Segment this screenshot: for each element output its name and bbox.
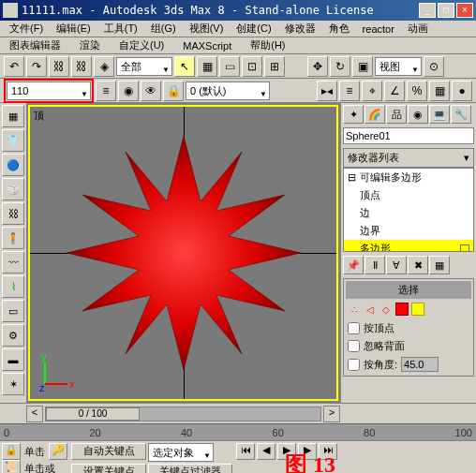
named-set-dropdown[interactable]: 0 (默认) bbox=[186, 81, 270, 100]
timeline-ruler[interactable]: 0 20 40 60 80 100 bbox=[0, 423, 476, 440]
menu-character[interactable]: 角色 bbox=[323, 21, 355, 37]
menu-graph[interactable]: 图表编辑器 bbox=[4, 37, 67, 53]
menu-views[interactable]: 视图(V) bbox=[184, 21, 230, 37]
scale-button[interactable]: ▣ bbox=[352, 56, 373, 77]
menu-create[interactable]: 创建(C) bbox=[231, 21, 276, 37]
sets-button[interactable]: ◉ bbox=[118, 81, 139, 101]
chain-icon[interactable]: ⛓ bbox=[2, 202, 24, 225]
menu-maxscript[interactable]: MAXScript bbox=[177, 39, 237, 52]
make-unique-button[interactable]: ∀ bbox=[386, 256, 407, 274]
car-icon[interactable]: ▬ bbox=[2, 348, 24, 371]
utilities-tab[interactable]: 🔧 bbox=[451, 105, 471, 124]
vertex-subobj-icon[interactable]: ∴ bbox=[348, 303, 361, 316]
link-button[interactable]: ⛓ bbox=[49, 56, 69, 77]
select-window-button[interactable]: ⊡ bbox=[242, 56, 262, 77]
close-button[interactable]: × bbox=[456, 3, 473, 18]
modifier-stack[interactable]: ⊟ 可编辑多边形 顶点 边 边界 多边形 元素 bbox=[343, 168, 474, 252]
element-subobj-icon[interactable] bbox=[411, 303, 424, 316]
mod-polygon-row[interactable]: 多边形 bbox=[344, 240, 473, 252]
script-icon[interactable]: 📜 bbox=[2, 460, 21, 473]
pivot-button[interactable]: ⊙ bbox=[424, 56, 444, 77]
prev-key-button[interactable]: ◀ bbox=[257, 443, 275, 460]
time-thumb[interactable]: 0 / 100 bbox=[46, 407, 140, 421]
percent-snap-button[interactable]: % bbox=[407, 81, 427, 101]
fracture-icon[interactable]: ✶ bbox=[2, 373, 24, 395]
lock-icon[interactable]: 🔒 bbox=[163, 81, 184, 101]
align-button[interactable]: ≡ bbox=[339, 81, 360, 101]
show-result-button[interactable]: Ⅱ bbox=[364, 256, 385, 274]
ignore-back-checkbox[interactable] bbox=[348, 340, 360, 352]
bind-button[interactable]: ◈ bbox=[94, 56, 114, 77]
border-subobj-icon[interactable]: ◇ bbox=[379, 303, 393, 316]
create-tab[interactable]: ✦ bbox=[343, 105, 364, 124]
mod-edge-row[interactable]: 边 bbox=[344, 204, 473, 222]
sphere-icon[interactable]: 🔵 bbox=[2, 154, 24, 176]
layer-button[interactable]: ≡ bbox=[96, 81, 116, 101]
select-rect-button[interactable]: ▭ bbox=[219, 56, 240, 77]
redo-button[interactable]: ↷ bbox=[26, 56, 47, 77]
menu-custom[interactable]: 自定义(U) bbox=[113, 37, 170, 53]
unlink-button[interactable]: ⛓ bbox=[71, 56, 92, 77]
human-icon[interactable]: 🧍 bbox=[2, 227, 24, 249]
minimize-button[interactable]: _ bbox=[419, 3, 436, 18]
shirt-icon[interactable]: 👕 bbox=[2, 129, 24, 152]
menu-group[interactable]: 组(G) bbox=[145, 21, 182, 37]
star-shape[interactable] bbox=[62, 131, 305, 375]
snap-button[interactable]: ⌖ bbox=[362, 81, 382, 101]
coord-dropdown[interactable]: 视图 bbox=[375, 57, 422, 76]
modifier-list-dropdown[interactable]: 修改器列表 ▾ bbox=[343, 148, 474, 168]
beach-ball-icon[interactable]: 🏐 bbox=[2, 178, 24, 200]
menu-edit[interactable]: 编辑(E) bbox=[51, 21, 97, 37]
set-key-button[interactable]: 设置关键点 bbox=[71, 464, 146, 473]
value-spinner[interactable]: 110 bbox=[7, 81, 91, 100]
mod-border-row[interactable]: 边界 bbox=[344, 222, 473, 240]
next-frame-button[interactable]: > bbox=[323, 406, 340, 422]
key-icon[interactable]: 🔑 bbox=[49, 443, 67, 460]
by-vertex-checkbox[interactable] bbox=[348, 322, 360, 334]
angle-spinner[interactable] bbox=[401, 357, 439, 372]
pin-stack-button[interactable]: 📌 bbox=[343, 256, 364, 274]
material-button[interactable]: ● bbox=[452, 81, 472, 101]
eye-icon[interactable]: 👁 bbox=[141, 81, 161, 101]
remove-mod-button[interactable]: ✖ bbox=[408, 256, 428, 274]
display-tab[interactable]: 💻 bbox=[429, 105, 450, 124]
select-name-button[interactable]: ▦ bbox=[197, 56, 217, 77]
motor-icon[interactable]: ⚙ bbox=[2, 324, 24, 347]
plane-icon[interactable]: ▭ bbox=[2, 300, 24, 322]
polygon-subobj-icon[interactable] bbox=[395, 303, 409, 316]
select-crossing-button[interactable]: ⊞ bbox=[264, 56, 285, 77]
rotate-button[interactable]: ↻ bbox=[330, 56, 350, 77]
maximize-button[interactable]: □ bbox=[438, 3, 454, 18]
angle-snap-button[interactable]: ∠ bbox=[384, 81, 405, 101]
prev-frame-button[interactable]: < bbox=[26, 406, 43, 422]
select-button[interactable]: ↖ bbox=[174, 56, 195, 77]
menu-animation[interactable]: 动画 bbox=[402, 21, 434, 37]
viewport-top[interactable]: 顶 y x z bbox=[28, 105, 338, 401]
wind-icon[interactable]: 〰 bbox=[2, 251, 24, 273]
configure-button[interactable]: ▦ bbox=[429, 256, 450, 274]
menu-help[interactable]: 帮助(H) bbox=[245, 37, 290, 53]
time-track[interactable]: 0 / 100 bbox=[45, 406, 321, 421]
auto-key-button[interactable]: 自动关键点 bbox=[71, 443, 146, 460]
mirror-button[interactable]: ▸◂ bbox=[317, 81, 337, 101]
key-target-dropdown[interactable]: 选定对象 bbox=[148, 443, 214, 462]
move-button[interactable]: ✥ bbox=[307, 56, 328, 77]
menu-reactor[interactable]: reactor bbox=[357, 22, 400, 36]
lock-sel-icon[interactable]: 🔒 bbox=[2, 443, 21, 460]
modify-tab[interactable]: 🌈 bbox=[364, 105, 385, 124]
by-angle-checkbox[interactable] bbox=[348, 359, 360, 371]
mod-vertex-row[interactable]: 顶点 bbox=[344, 186, 473, 204]
menu-modifiers[interactable]: 修改器 bbox=[279, 21, 321, 37]
box-icon[interactable]: ▦ bbox=[2, 105, 24, 127]
key-filter-button[interactable]: 关键点过滤器 bbox=[148, 464, 232, 473]
selection-filter-dropdown[interactable]: 全部 bbox=[116, 57, 172, 76]
spring-icon[interactable]: ⌇ bbox=[2, 275, 24, 298]
menu-file[interactable]: 文件(F) bbox=[4, 21, 49, 37]
hierarchy-tab[interactable]: 品 bbox=[386, 105, 407, 124]
undo-button[interactable]: ↶ bbox=[4, 56, 24, 77]
object-name-input[interactable] bbox=[343, 127, 474, 144]
spinner-snap-button[interactable]: ▦ bbox=[429, 81, 450, 101]
edge-subobj-icon[interactable]: ◁ bbox=[364, 303, 377, 316]
selection-title[interactable]: 选择 bbox=[346, 281, 471, 299]
menu-tools[interactable]: 工具(T) bbox=[98, 21, 143, 37]
